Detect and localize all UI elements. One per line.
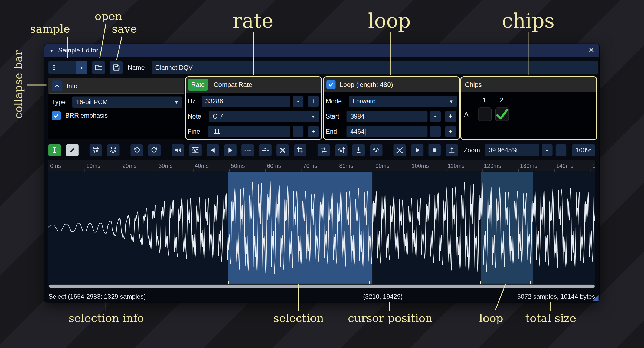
sample-number-select[interactable]: 6 ▼	[48, 61, 87, 74]
fade-out-button[interactable]	[224, 144, 237, 156]
annotation-chips: chips	[502, 9, 555, 32]
reverse-arrows-icon	[320, 146, 327, 154]
window-resize-grip[interactable]	[592, 295, 599, 301]
ruler-tick	[591, 169, 591, 172]
brr-emphasis-checkbox[interactable]	[52, 111, 61, 120]
sample-name-input[interactable]: Clarinet DQV	[152, 61, 598, 74]
crossfade-button[interactable]	[393, 144, 406, 156]
minus-icon: -	[297, 128, 299, 136]
ibeam-select-icon	[51, 146, 58, 154]
ruler-tick-label: 20ms	[122, 163, 136, 169]
rate-button[interactable]: Rate	[188, 79, 208, 91]
loop-end-input[interactable]: 4464	[347, 126, 428, 137]
annotation-cursor-position: cursor position	[348, 312, 433, 325]
chip-column-1: 1	[483, 96, 486, 104]
invert-button[interactable]	[335, 144, 348, 156]
ruler-tick-label: 110ms	[448, 163, 465, 169]
loop-end-minus-button[interactable]: -	[430, 126, 441, 137]
save-button[interactable]	[110, 61, 123, 74]
zoom-in-button[interactable]: +	[556, 144, 566, 156]
reverse-button[interactable]	[318, 144, 330, 156]
chevron-down-icon[interactable]: ▼	[76, 61, 87, 74]
fine-input[interactable]: -11	[208, 126, 290, 137]
zoom-out-button[interactable]: -	[542, 144, 552, 156]
ruler-tick-label: 30ms	[159, 163, 173, 169]
sample-type-value: 16-bit PCM	[76, 99, 108, 106]
upload-button[interactable]	[446, 144, 458, 156]
ruler-tick-label: 130ms	[520, 163, 537, 169]
note-dropdown[interactable]: C-7 ▼	[209, 111, 319, 122]
chevron-down-icon: ▼	[174, 100, 182, 105]
loop-mode-dropdown[interactable]: Forward ▼	[349, 96, 457, 107]
loop-end-plus-button[interactable]: +	[445, 126, 456, 137]
stage: sample open save rate loop chips collaps…	[0, 0, 644, 348]
fade-in-button[interactable]	[207, 144, 219, 156]
name-label: Name	[128, 61, 145, 74]
undo-button[interactable]	[130, 144, 143, 156]
ruler-tick	[410, 169, 410, 172]
window-collapse-icon[interactable]: ▼	[49, 48, 54, 53]
draw-tool-button[interactable]	[66, 144, 79, 156]
fine-plus-button[interactable]: +	[308, 126, 319, 137]
hz-plus-button[interactable]: +	[308, 96, 319, 107]
ruler-tick	[85, 169, 85, 172]
minus-icon: -	[546, 146, 548, 154]
redo-button[interactable]	[148, 144, 161, 156]
open-button[interactable]	[92, 61, 105, 74]
waveform-display[interactable]	[48, 172, 595, 283]
loop-start-minus-button[interactable]: -	[430, 111, 441, 122]
loop-enable-checkbox[interactable]	[326, 80, 335, 89]
check-icon	[328, 81, 334, 88]
amplify-button[interactable]	[172, 144, 184, 156]
resample-button[interactable]	[107, 144, 120, 156]
apply-silence-button[interactable]	[259, 144, 272, 156]
filter-button[interactable]	[370, 144, 383, 156]
chip-checkbox-2[interactable]	[495, 107, 509, 121]
insert-silence-button[interactable]	[241, 144, 254, 156]
filter-squiggle-icon	[372, 146, 380, 154]
normalize-icon	[192, 146, 199, 154]
collapse-info-button[interactable]	[52, 80, 62, 91]
ruler-tick-label: 100ms	[411, 163, 429, 169]
green-check-icon	[495, 107, 509, 122]
sample-editor-window: ▼ Sample Editor × 6 ▼ Name Clari	[44, 44, 600, 303]
resize-wave-icon	[92, 146, 99, 154]
preview-button[interactable]	[411, 144, 424, 156]
loop-start-value: 3984	[350, 113, 364, 120]
select-tool-button[interactable]	[48, 144, 61, 156]
loop-start-input[interactable]: 3984	[347, 111, 428, 122]
close-button[interactable]: ×	[589, 44, 594, 56]
hz-minus-button[interactable]: -	[293, 96, 303, 107]
rate-panel-header: Rate Compat Rate	[186, 77, 321, 92]
check-icon	[53, 113, 60, 119]
zoom-input[interactable]: 39.9645%	[485, 144, 539, 156]
sign-invert-button[interactable]	[352, 144, 365, 156]
loop-mode-label: Mode	[326, 96, 342, 107]
resize-button[interactable]	[90, 144, 102, 156]
window-titlebar[interactable]: ▼ Sample Editor ×	[44, 44, 599, 57]
stop-preview-button[interactable]	[428, 144, 441, 156]
ruler-tick-label: 90ms	[375, 163, 390, 169]
chip-checkbox-1[interactable]	[478, 107, 492, 121]
ruler-tick	[302, 169, 302, 172]
fine-minus-button[interactable]: -	[293, 126, 303, 137]
ruler-tick-label: 50ms	[231, 163, 245, 169]
crop-trim-icon	[296, 146, 304, 154]
delete-button[interactable]	[276, 144, 289, 156]
fade-in-icon	[209, 146, 216, 154]
minus-icon: -	[434, 113, 437, 121]
hz-input[interactable]: 33286	[202, 96, 290, 107]
chip-row-a-label: A	[464, 109, 468, 120]
ruler-tick-label: 60ms	[267, 163, 281, 169]
normalize-button[interactable]	[189, 144, 202, 156]
sample-type-dropdown[interactable]: 16-bit PCM ▼	[72, 96, 182, 108]
ruler-tick-label: 0ms	[50, 163, 61, 169]
annotation-sample: sample	[30, 22, 70, 35]
type-label: Type	[52, 96, 66, 108]
dashed-line-icon	[244, 146, 251, 154]
floppy-save-icon	[112, 64, 120, 71]
trim-button[interactable]	[294, 144, 306, 156]
loop-start-plus-button[interactable]: +	[445, 111, 456, 122]
waveform-scrollbar-thumb[interactable]	[49, 285, 595, 288]
zoom-reset-button[interactable]: 100%	[572, 144, 595, 156]
